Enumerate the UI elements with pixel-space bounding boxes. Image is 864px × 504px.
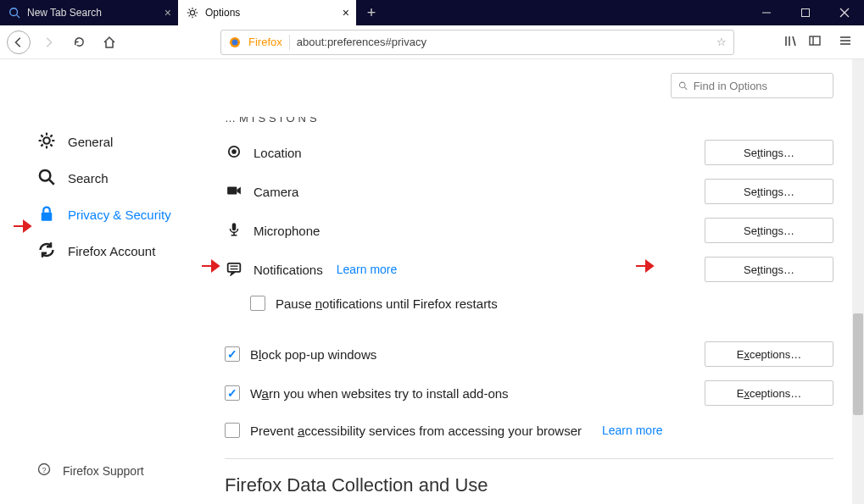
close-icon[interactable]: × [164,6,171,19]
tab-new-tab-search[interactable]: New Tab Search × [0,0,178,25]
permission-label: Location [254,146,694,160]
sidebar-support-link[interactable]: ? Firefox Support [0,462,144,479]
permission-notifications: Notifications Learn more Settings… [225,257,833,282]
location-settings-button[interactable]: Settings… [705,140,833,165]
search-icon [678,80,688,91]
annotation-arrow-icon [636,259,658,273]
sidebar-item-search[interactable]: Search [0,160,199,197]
preferences-sidebar: General Search Privacy & Security Firefo… [0,59,199,504]
prevent-accessibility-label: Prevent accessibility services from acce… [250,424,582,438]
prevent-accessibility-checkbox[interactable] [225,423,240,438]
permission-microphone: Microphone Settings… [225,218,833,243]
minimize-button[interactable] [747,0,786,25]
window-titlebar: New Tab Search × Options × + [0,0,864,25]
svg-rect-36 [42,213,53,221]
sidebar-item-label: Firefox Account [68,244,155,258]
svg-line-31 [50,144,52,146]
permission-label: Microphone [254,224,694,238]
notification-icon [225,261,243,279]
microphone-settings-button[interactable]: Settings… [705,218,833,243]
permission-location: Location Settings… [225,140,833,165]
gear-icon [37,132,56,152]
home-button[interactable] [97,30,122,55]
question-icon: ? [37,462,51,479]
warn-addons-row: Warn you when websites try to install ad… [225,380,833,406]
menu-icon[interactable] [839,34,852,51]
svg-line-1 [17,15,20,19]
tab-label: New Tab Search [27,7,102,19]
svg-rect-43 [227,186,237,194]
close-icon[interactable]: × [343,6,349,19]
sidebar-item-general[interactable]: General [0,124,199,160]
tab-options[interactable]: Options × [178,0,356,25]
close-window-button[interactable] [825,0,864,25]
vertical-scrollbar[interactable] [852,59,864,504]
scrollbar-thumb[interactable] [853,313,863,415]
sidebar-item-label: Privacy & Security [68,208,171,222]
search-icon [8,7,20,19]
firefox-icon [228,36,242,49]
svg-rect-20 [810,36,820,45]
reload-button[interactable] [66,30,92,55]
location-icon [225,144,243,162]
new-tab-button[interactable]: + [356,0,387,25]
tab-label: Options [205,7,240,19]
pause-notifications-checkbox-row: Pause notifications until Firefox restar… [250,296,833,311]
block-popups-checkbox[interactable] [225,346,240,362]
library-icon[interactable] [784,34,798,51]
bookmark-star-icon[interactable]: ☆ [716,36,727,48]
accessibility-learn-more-link[interactable]: Learn more [602,424,663,437]
camera-icon [225,183,243,201]
data-collection-heading: Firefox Data Collection and Use [225,474,833,496]
prevent-accessibility-row: Prevent accessibility services from acce… [225,423,833,438]
section-header-permissions-cut: …MISSIONS [225,117,833,126]
svg-line-32 [41,144,42,146]
separator [289,35,290,50]
notifications-settings-button[interactable]: Settings… [705,257,833,282]
sidebar-support-label: Firefox Support [63,464,144,478]
permission-label: Camera [254,185,694,199]
svg-point-39 [679,82,685,88]
pause-notifications-checkbox[interactable] [250,296,265,311]
svg-line-40 [684,86,687,89]
forward-button[interactable] [36,30,61,55]
svg-rect-44 [232,223,237,230]
content-area: General Search Privacy & Security Firefo… [0,59,864,504]
svg-line-8 [195,15,196,16]
maximize-button[interactable] [786,0,825,25]
block-popups-exceptions-button[interactable]: Exceptions… [705,341,833,367]
svg-point-34 [40,170,51,181]
pause-notifications-label: Pause notifications until Firefox restar… [276,296,498,311]
find-in-options-input[interactable] [694,80,826,92]
sync-icon [37,241,56,261]
permission-label: Notifications [254,263,323,277]
warn-addons-exceptions-button[interactable]: Exceptions… [705,380,833,406]
svg-point-16 [232,39,238,45]
sidebar-item-firefox-account[interactable]: Firefox Account [0,233,199,269]
camera-settings-button[interactable]: Settings… [705,179,833,204]
svg-line-9 [189,15,190,16]
svg-line-10 [195,9,196,10]
svg-text:?: ? [42,466,46,474]
url-bar[interactable]: Firefox about:preferences#privacy ☆ [220,30,734,55]
block-popups-row: Block pop-up windows Exceptions… [225,341,833,367]
navigation-toolbar: Firefox about:preferences#privacy ☆ [0,25,864,59]
svg-line-7 [189,9,190,10]
block-popups-label: Block pop-up windows [250,347,376,362]
lock-icon [37,205,56,224]
warn-addons-checkbox[interactable] [225,385,240,401]
preferences-main: …MISSIONS Location Settings… Camera Sett… [199,59,864,504]
section-divider [225,458,833,459]
find-in-options[interactable] [671,73,833,98]
sidebar-item-label: Search [68,171,109,186]
search-icon [37,169,56,188]
svg-line-33 [50,135,52,136]
svg-point-0 [10,8,18,16]
svg-point-25 [43,137,50,144]
svg-line-30 [41,135,42,136]
svg-line-35 [49,180,54,185]
back-button[interactable] [7,30,31,54]
notifications-learn-more-link[interactable]: Learn more [337,263,398,276]
sidebar-icon[interactable] [808,34,822,51]
svg-point-42 [231,149,237,154]
